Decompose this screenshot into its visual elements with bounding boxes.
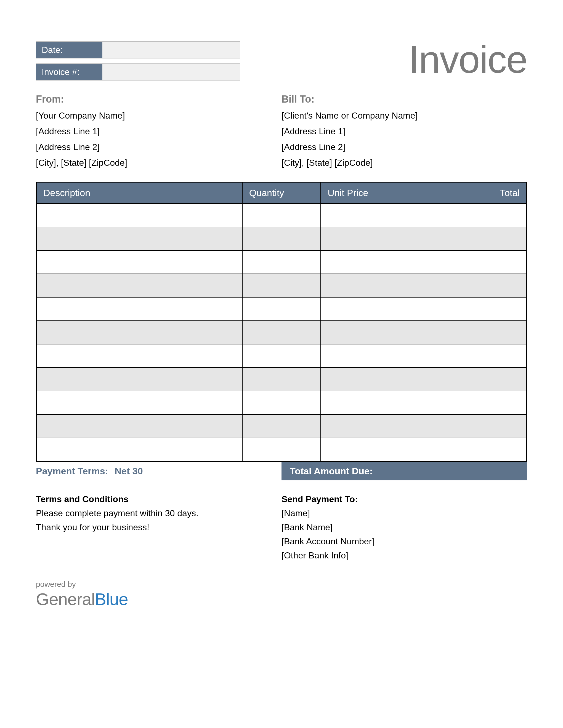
send-to-line[interactable]: [Bank Name] bbox=[282, 522, 527, 532]
from-line[interactable]: [City], [State] [ZipCode] bbox=[36, 158, 282, 168]
from-line[interactable]: [Address Line 2] bbox=[36, 142, 282, 152]
cell-quantity[interactable] bbox=[242, 414, 321, 438]
brand-part-b: Blue bbox=[95, 590, 128, 609]
send-to-line[interactable]: [Other Bank Info] bbox=[282, 550, 527, 561]
table-row bbox=[36, 344, 527, 368]
terms-heading: Terms and Conditions bbox=[36, 494, 282, 504]
cell-quantity[interactable] bbox=[242, 204, 321, 227]
from-block: From: [Your Company Name] [Address Line … bbox=[36, 93, 282, 168]
col-unit-price: Unit Price bbox=[321, 182, 404, 204]
cell-total[interactable] bbox=[404, 414, 527, 438]
cell-description[interactable] bbox=[36, 274, 242, 297]
cell-total[interactable] bbox=[404, 391, 527, 414]
brand-logo: GeneralBlue bbox=[36, 589, 527, 609]
cell-total[interactable] bbox=[404, 274, 527, 297]
table-row bbox=[36, 227, 527, 250]
table-row bbox=[36, 391, 527, 414]
powered-by-label: powered by bbox=[36, 580, 527, 589]
table-row bbox=[36, 414, 527, 438]
cell-unit_price[interactable] bbox=[321, 297, 404, 321]
cell-total[interactable] bbox=[404, 321, 527, 344]
cell-unit_price[interactable] bbox=[321, 250, 404, 274]
cell-unit_price[interactable] bbox=[321, 438, 404, 461]
cell-total[interactable] bbox=[404, 438, 527, 461]
send-to-line[interactable]: [Name] bbox=[282, 508, 527, 518]
cell-description[interactable] bbox=[36, 321, 242, 344]
col-quantity: Quantity bbox=[242, 182, 321, 204]
bill-to-line[interactable]: [Address Line 2] bbox=[282, 142, 527, 152]
date-row: Date: bbox=[36, 41, 240, 58]
cell-unit_price[interactable] bbox=[321, 274, 404, 297]
bill-to-line[interactable]: [Address Line 1] bbox=[282, 126, 527, 137]
cell-description[interactable] bbox=[36, 250, 242, 274]
cell-quantity[interactable] bbox=[242, 438, 321, 461]
date-input[interactable] bbox=[102, 42, 240, 58]
cell-description[interactable] bbox=[36, 438, 242, 461]
cell-unit_price[interactable] bbox=[321, 344, 404, 368]
table-row bbox=[36, 438, 527, 461]
document-title: Invoice bbox=[409, 37, 527, 82]
cell-description[interactable] bbox=[36, 368, 242, 391]
from-line[interactable]: [Address Line 1] bbox=[36, 126, 282, 137]
table-row bbox=[36, 250, 527, 274]
cell-total[interactable] bbox=[404, 250, 527, 274]
cell-total[interactable] bbox=[404, 344, 527, 368]
cell-description[interactable] bbox=[36, 344, 242, 368]
cell-description[interactable] bbox=[36, 391, 242, 414]
terms-line: Please complete payment within 30 days. bbox=[36, 508, 282, 518]
cell-quantity[interactable] bbox=[242, 274, 321, 297]
powered-by: powered by GeneralBlue bbox=[36, 580, 527, 609]
cell-total[interactable] bbox=[404, 297, 527, 321]
bill-to-line[interactable]: [Client's Name or Company Name] bbox=[282, 111, 527, 121]
cell-quantity[interactable] bbox=[242, 344, 321, 368]
cell-unit_price[interactable] bbox=[321, 227, 404, 250]
send-to-heading: Send Payment To: bbox=[282, 494, 527, 504]
cell-description[interactable] bbox=[36, 227, 242, 250]
cell-unit_price[interactable] bbox=[321, 321, 404, 344]
table-row bbox=[36, 368, 527, 391]
invoice-number-input[interactable] bbox=[102, 64, 240, 80]
brand-part-a: General bbox=[36, 590, 95, 609]
bill-to-block: Bill To: [Client's Name or Company Name]… bbox=[282, 93, 527, 168]
summary-row: Payment Terms: Net 30 Total Amount Due: bbox=[36, 462, 527, 480]
terms-line: Thank you for your business! bbox=[36, 522, 282, 532]
table-row bbox=[36, 297, 527, 321]
cell-unit_price[interactable] bbox=[321, 368, 404, 391]
line-items-table: Description Quantity Unit Price Total bbox=[36, 182, 527, 462]
col-total: Total bbox=[404, 182, 527, 204]
send-to-line[interactable]: [Bank Account Number] bbox=[282, 536, 527, 547]
parties-area: From: [Your Company Name] [Address Line … bbox=[36, 93, 527, 168]
table-row bbox=[36, 321, 527, 344]
cell-quantity[interactable] bbox=[242, 321, 321, 344]
total-amount-due: Total Amount Due: bbox=[282, 462, 527, 480]
bill-to-heading: Bill To: bbox=[282, 93, 527, 105]
cell-quantity[interactable] bbox=[242, 368, 321, 391]
cell-unit_price[interactable] bbox=[321, 391, 404, 414]
from-line[interactable]: [Your Company Name] bbox=[36, 111, 282, 121]
terms-and-conditions: Terms and Conditions Please complete pay… bbox=[36, 494, 282, 561]
date-label: Date: bbox=[36, 42, 102, 58]
cell-quantity[interactable] bbox=[242, 250, 321, 274]
invoice-number-label: Invoice #: bbox=[36, 64, 102, 80]
cell-unit_price[interactable] bbox=[321, 414, 404, 438]
cell-quantity[interactable] bbox=[242, 227, 321, 250]
invoice-number-row: Invoice #: bbox=[36, 63, 240, 81]
from-heading: From: bbox=[36, 93, 282, 105]
cell-description[interactable] bbox=[36, 204, 242, 227]
payment-terms-value[interactable]: Net 30 bbox=[114, 466, 143, 476]
send-payment-to: Send Payment To: [Name] [Bank Name] [Ban… bbox=[282, 494, 527, 561]
cell-quantity[interactable] bbox=[242, 297, 321, 321]
total-due-label: Total Amount Due: bbox=[290, 466, 373, 477]
cell-quantity[interactable] bbox=[242, 391, 321, 414]
cell-description[interactable] bbox=[36, 297, 242, 321]
col-description: Description bbox=[36, 182, 242, 204]
header-area: Date: Invoice #: Invoice bbox=[36, 41, 527, 82]
cell-total[interactable] bbox=[404, 368, 527, 391]
payment-terms-label: Payment Terms: bbox=[36, 466, 108, 476]
cell-total[interactable] bbox=[404, 227, 527, 250]
table-row bbox=[36, 274, 527, 297]
bill-to-line[interactable]: [City], [State] [ZipCode] bbox=[282, 158, 527, 168]
cell-description[interactable] bbox=[36, 414, 242, 438]
cell-unit_price[interactable] bbox=[321, 204, 404, 227]
cell-total[interactable] bbox=[404, 204, 527, 227]
